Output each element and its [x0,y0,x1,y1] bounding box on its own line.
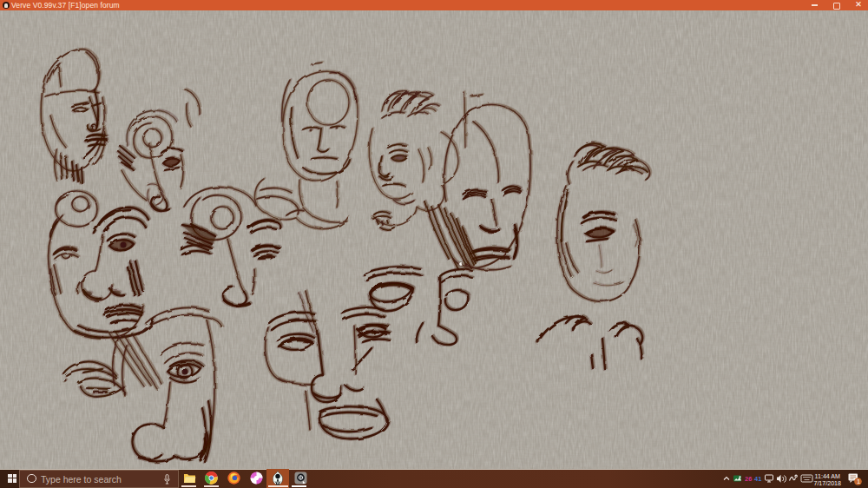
svg-text:7/17/2018: 7/17/2018 [813,480,841,487]
svg-text:1: 1 [857,478,860,485]
svg-text:11:44 AM: 11:44 AM [815,473,841,480]
svg-text:41: 41 [754,475,761,483]
svg-text:26: 26 [745,475,752,483]
